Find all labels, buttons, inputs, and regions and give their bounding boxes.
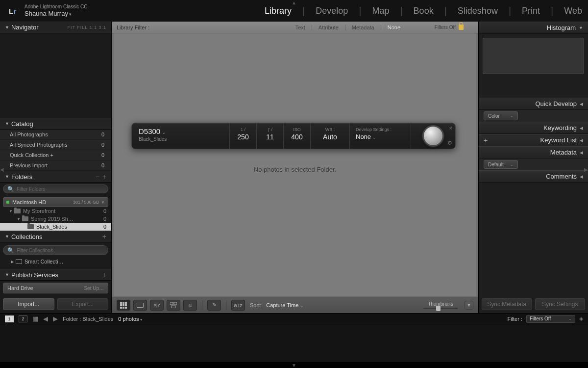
collections-filter-input[interactable]: 🔍 Filter Collections	[3, 245, 108, 255]
module-slideshow[interactable]: Slideshow	[458, 6, 498, 16]
navigator-header[interactable]: ▼ Navigator FIT FILL 1:1 3:1	[0, 22, 111, 33]
loupe-view-button[interactable]	[133, 300, 147, 311]
module-library[interactable]: Library	[265, 6, 292, 16]
quick-dev-treatment[interactable]: Color	[484, 111, 518, 120]
thumbnail-size-slider[interactable]: Thumbnails	[423, 301, 458, 309]
grid-view[interactable]: No photos in selected Folder. D5300 Blac…	[112, 33, 478, 296]
sync-settings-button[interactable]: Sync Settings	[535, 298, 586, 310]
identity-plate[interactable]: Lr Adobe Lightroom Classic CC Shauna Mur…	[6, 4, 87, 18]
disclosure-icon[interactable]: ▼	[9, 209, 13, 213]
screen-mode-2[interactable]: 2	[19, 315, 27, 322]
histogram-display	[483, 38, 584, 74]
disclosure-icon[interactable]: ▼	[17, 217, 21, 221]
search-icon: 🔍	[7, 247, 14, 254]
module-book[interactable]: Book	[414, 6, 434, 16]
plus-icon[interactable]: +	[102, 173, 106, 181]
status-bar: 1 2 ▦ ◀ ▶ Folder : Black_Slides 0 photos…	[0, 313, 588, 324]
keywording-header[interactable]: Keywording◀	[479, 122, 588, 134]
close-icon[interactable]: ×	[449, 125, 452, 131]
module-web[interactable]: Web	[564, 6, 582, 16]
catalog-row[interactable]: Quick Collection +0	[0, 150, 111, 160]
screen-mode-1[interactable]: 1	[5, 315, 14, 322]
minus-icon[interactable]: −	[96, 173, 99, 181]
disclosure-icon: ▼	[5, 174, 9, 179]
catalog-row[interactable]: All Synced Photographs0	[0, 140, 111, 150]
sort-direction-button[interactable]: a↕z	[231, 300, 245, 311]
tether-shutter: 250	[230, 133, 256, 141]
lr-logo: Lr	[6, 4, 20, 18]
grid-view-button[interactable]	[117, 300, 130, 311]
grid-icon[interactable]: ▦	[32, 315, 38, 322]
chevron-left-icon: ◀	[580, 150, 583, 155]
folders-header[interactable]: ▼ Folders −+	[0, 171, 111, 183]
folder-row-selected[interactable]: Black_Slides0	[0, 223, 111, 231]
publish-header[interactable]: ▼ Publish Services +	[0, 269, 111, 281]
disclosure-icon[interactable]: ▶	[11, 260, 14, 264]
export-button[interactable]: Export...	[57, 298, 109, 310]
people-view-button[interactable]: ☺	[183, 300, 197, 311]
plus-icon[interactable]: +	[102, 233, 106, 240]
module-print[interactable]: Print	[522, 6, 540, 16]
filter-tab-text[interactable]: Text	[291, 24, 310, 31]
volume-row[interactable]: Macintosh HD 381 / 500 GB ▼	[3, 197, 108, 207]
sort-dropdown[interactable]: Capture Time	[266, 302, 304, 308]
filters-off-label[interactable]: Filters Off	[435, 25, 456, 30]
survey-view-button[interactable]	[167, 300, 180, 311]
collections-header[interactable]: ▼ Collections +	[0, 231, 111, 242]
filter-toggle-icon[interactable]: ◈	[579, 315, 583, 322]
module-map[interactable]: Map	[372, 6, 389, 16]
keyword-list-header[interactable]: + Keyword List◀	[479, 134, 588, 146]
tether-shutter-button[interactable]	[422, 125, 444, 147]
grid-toolbar: X|Y ☺ ✎ a↕z Sort: Capture Time Thumbnail…	[112, 296, 478, 313]
navigator-zoom-modes[interactable]: FIT FILL 1:1 3:1	[67, 25, 106, 30]
lock-icon[interactable]	[459, 25, 464, 30]
filmstrip[interactable]	[0, 324, 588, 362]
plus-icon[interactable]: +	[484, 136, 488, 144]
panel-toggle-left[interactable]: ◀	[0, 167, 4, 172]
catalog-header[interactable]: ▼ Catalog	[0, 118, 111, 130]
folder-row[interactable]: ▼Spring 2019 Sh…0	[0, 215, 111, 223]
folder-filter-input[interactable]: 🔍 Filter Folders	[3, 184, 108, 193]
folder-row[interactable]: ▼My Storefront0	[0, 207, 111, 215]
tether-bar[interactable]: D5300 Black_Slides 1 /250 ƒ /11 ISO400 W…	[131, 123, 456, 149]
module-develop[interactable]: Develop	[316, 6, 348, 16]
publish-setup-link[interactable]: Set Up…	[84, 286, 104, 291]
folder-icon	[22, 216, 28, 221]
catalog-row[interactable]: All Photographs0	[0, 130, 111, 140]
breadcrumb[interactable]: Folder : Black_Slides	[63, 316, 113, 322]
filter-preset-dropdown[interactable]: Filters Off	[526, 315, 575, 323]
import-button[interactable]: Import...	[3, 298, 54, 310]
gear-icon[interactable]: ⚙	[447, 140, 452, 146]
publish-service-row[interactable]: Hard Drive Set Up…	[3, 283, 108, 293]
disclosure-icon: ▼	[5, 272, 9, 277]
tether-dev-settings[interactable]: None	[356, 133, 405, 140]
panel-toggle-top[interactable]: ▲	[292, 0, 296, 5]
panel-toggle-bottom[interactable]: ▼	[292, 363, 296, 368]
quick-develop-header[interactable]: Quick Develop◀	[479, 98, 588, 110]
catalog-list: All Photographs0 All Synced Photographs0…	[0, 130, 111, 171]
histogram-header[interactable]: Histogram▼	[479, 22, 588, 34]
metadata-preset-dropdown[interactable]: Default	[484, 160, 518, 169]
nav-back-icon[interactable]: ◀	[43, 315, 48, 322]
smart-collections-row[interactable]: ▶ Smart Collecti…	[0, 257, 111, 266]
metadata-header[interactable]: Metadata◀	[479, 146, 588, 158]
filter-tab-attribute[interactable]: Attribute	[314, 24, 343, 31]
user-name[interactable]: Shauna Murray	[24, 10, 87, 18]
catalog-row[interactable]: Previous Import0	[0, 160, 111, 171]
folder-tree: ▼My Storefront0 ▼Spring 2019 Sh…0 Black_…	[0, 207, 111, 231]
toolbar-menu-button[interactable]: ▼	[465, 301, 473, 310]
filter-tab-metadata[interactable]: Metadata	[347, 24, 379, 31]
painter-tool-button[interactable]: ✎	[207, 300, 221, 311]
compare-view-button[interactable]: X|Y	[150, 300, 164, 311]
chevron-down-icon[interactable]: ▼	[101, 200, 105, 205]
panel-toggle-right[interactable]: ▶	[584, 167, 588, 172]
filter-tab-none[interactable]: None	[383, 24, 405, 31]
photo-count[interactable]: 0 photos	[118, 316, 142, 322]
nav-forward-icon[interactable]: ▶	[53, 315, 58, 322]
sort-label: Sort:	[250, 302, 261, 308]
plus-icon[interactable]: +	[102, 271, 106, 279]
filter-bar-label: Library Filter	[117, 25, 149, 30]
tether-camera-model[interactable]: D5300	[139, 127, 222, 135]
sync-metadata-button[interactable]: Sync Metadata	[482, 298, 532, 310]
comments-header[interactable]: Comments◀	[479, 170, 588, 183]
